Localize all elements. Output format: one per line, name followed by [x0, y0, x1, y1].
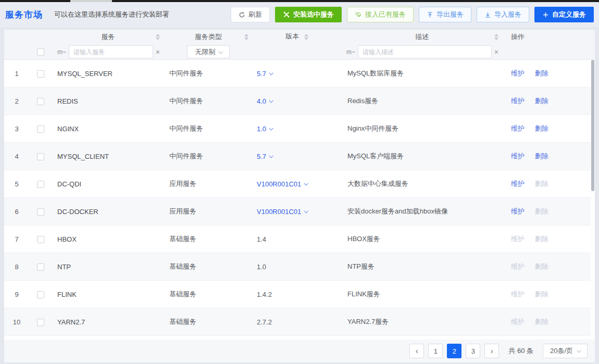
- service-type: 应用服务: [164, 207, 253, 216]
- row-operations: 维护 删除: [503, 152, 595, 161]
- maintain-link: 维护: [511, 235, 525, 243]
- service-desc: MySQL客户端服务: [341, 152, 503, 161]
- version-cell: 4.0: [253, 97, 341, 105]
- version-dropdown-link[interactable]: 1.0: [257, 125, 272, 133]
- col-ops: 操作: [503, 32, 595, 42]
- row-checkbox[interactable]: [37, 70, 44, 78]
- desc-filter-clear-icon[interactable]: ×: [494, 48, 498, 56]
- type-filter-select[interactable]: 无限制: [187, 45, 230, 58]
- maintain-link: 维护: [511, 318, 525, 325]
- page-button-3[interactable]: 3: [466, 344, 480, 358]
- maintain-link[interactable]: 维护: [511, 180, 525, 187]
- install-selected-button[interactable]: 安装选中服务: [275, 7, 342, 22]
- select-all-checkbox[interactable]: [37, 48, 44, 56]
- maintain-link[interactable]: 维护: [511, 97, 525, 105]
- next-page-button[interactable]: ›: [484, 344, 499, 358]
- table-row: 2 REDIS 中间件服务 4.0 Redis服务 维护 删除: [4, 87, 595, 115]
- desc-filter-input[interactable]: [358, 45, 492, 58]
- desc-filter-prefix: m~: [346, 48, 355, 56]
- col-type: 服务类型: [164, 32, 253, 42]
- version-cell: 5.7: [253, 153, 341, 160]
- table-row: 4 MYSQL_CLIENT 中间件服务 5.7 MySQL客户端服务 维护 删…: [4, 143, 595, 170]
- vertical-scrollbar[interactable]: [591, 60, 595, 336]
- custom-service-button[interactable]: 自定义服务: [534, 7, 594, 22]
- page-button-1[interactable]: 1: [428, 344, 443, 358]
- delete-link[interactable]: 删除: [535, 69, 548, 77]
- row-checkbox[interactable]: [37, 98, 44, 105]
- service-name: NTP: [52, 263, 164, 271]
- service-filter-clear-icon[interactable]: ×: [156, 48, 160, 56]
- row-index: 2: [4, 97, 29, 105]
- maintain-link[interactable]: 维护: [511, 152, 525, 160]
- partial-row: [4, 336, 595, 340]
- plus-icon: [542, 11, 549, 18]
- chevron-down-icon: [269, 71, 273, 75]
- version-cell: 1.4.2: [253, 291, 341, 298]
- version-dropdown-link[interactable]: 5.7: [257, 70, 272, 78]
- service-name: HBOX: [52, 235, 164, 243]
- row-index: 3: [4, 125, 29, 133]
- service-name: MYSQL_SERVER: [52, 70, 164, 78]
- version-cell: V100R001C01: [253, 180, 341, 188]
- row-checkbox[interactable]: [37, 263, 44, 271]
- import-services-button[interactable]: 导入服务: [477, 7, 529, 22]
- sort-service-icon[interactable]: [156, 32, 160, 42]
- version-cell: 5.7: [253, 70, 341, 78]
- scrollbar-thumb[interactable]: [591, 60, 594, 191]
- service-name: YARN2.7: [52, 318, 164, 326]
- refresh-button[interactable]: 刷新: [231, 7, 270, 22]
- row-checkbox[interactable]: [37, 208, 44, 216]
- row-checkbox[interactable]: [37, 319, 44, 326]
- row-checkbox[interactable]: [37, 181, 44, 188]
- row-operations: 维护 删除: [503, 96, 595, 106]
- service-filter-input[interactable]: [69, 45, 153, 58]
- delete-link: 删除: [535, 290, 548, 298]
- chevron-down-icon: [218, 49, 222, 54]
- delete-link[interactable]: 删除: [535, 97, 548, 105]
- service-type: 基础服务: [164, 262, 253, 271]
- service-type: 基础服务: [164, 234, 253, 244]
- delete-link: 删除: [535, 235, 548, 243]
- maintain-link[interactable]: 维护: [511, 69, 525, 77]
- page-button-2-active[interactable]: 2: [447, 344, 461, 358]
- row-operations: 维护 删除: [503, 124, 595, 133]
- version-dropdown-link[interactable]: V100R001C01: [257, 208, 307, 216]
- row-index: 4: [4, 153, 29, 160]
- delete-link: 删除: [535, 207, 548, 215]
- version-cell: 1.0: [253, 263, 341, 271]
- service-desc: 大数据中心集成服务: [341, 179, 503, 189]
- row-checkbox[interactable]: [37, 236, 44, 243]
- service-name: REDIS: [52, 97, 164, 105]
- service-type: 应用服务: [164, 179, 253, 189]
- chevron-down-icon: [269, 154, 273, 158]
- connect-existing-button[interactable]: 接入已有服务: [347, 7, 414, 22]
- row-operations: 维护 删除: [503, 69, 595, 78]
- window-top-strip: [0, 0, 599, 2]
- service-name: DC-DOCKER: [52, 208, 164, 216]
- maintain-link: 维护: [511, 290, 525, 298]
- version-dropdown-link[interactable]: 5.7: [257, 153, 272, 160]
- sort-type-icon[interactable]: [244, 32, 248, 42]
- maintain-link[interactable]: 维护: [511, 207, 525, 215]
- version-dropdown-link[interactable]: 4.0: [257, 97, 272, 105]
- service-filter-prefix: m~: [57, 48, 66, 56]
- service-name: NGINX: [52, 125, 164, 133]
- sort-desc-icon[interactable]: [494, 32, 498, 42]
- service-desc: 安装docker服务and加载hbox镜像: [341, 207, 503, 216]
- row-checkbox[interactable]: [37, 125, 44, 133]
- version-dropdown-link[interactable]: V100R001C01: [257, 180, 307, 188]
- row-checkbox[interactable]: [37, 153, 44, 160]
- delete-link[interactable]: 删除: [535, 152, 548, 160]
- delete-link[interactable]: 删除: [535, 124, 548, 132]
- total-count: 共 60 条: [508, 346, 533, 356]
- row-checkbox[interactable]: [37, 291, 44, 298]
- service-type: 中间件服务: [164, 124, 253, 133]
- sort-version-icon[interactable]: [304, 32, 308, 42]
- version-cell: V100R001C01: [253, 208, 341, 216]
- row-index: 8: [4, 263, 29, 271]
- col-version: 版本: [253, 32, 341, 42]
- maintain-link[interactable]: 维护: [511, 124, 525, 132]
- prev-page-button[interactable]: ‹: [409, 344, 424, 358]
- page-size-select[interactable]: 20条/页: [543, 344, 588, 358]
- export-services-button[interactable]: 导出服务: [419, 7, 471, 22]
